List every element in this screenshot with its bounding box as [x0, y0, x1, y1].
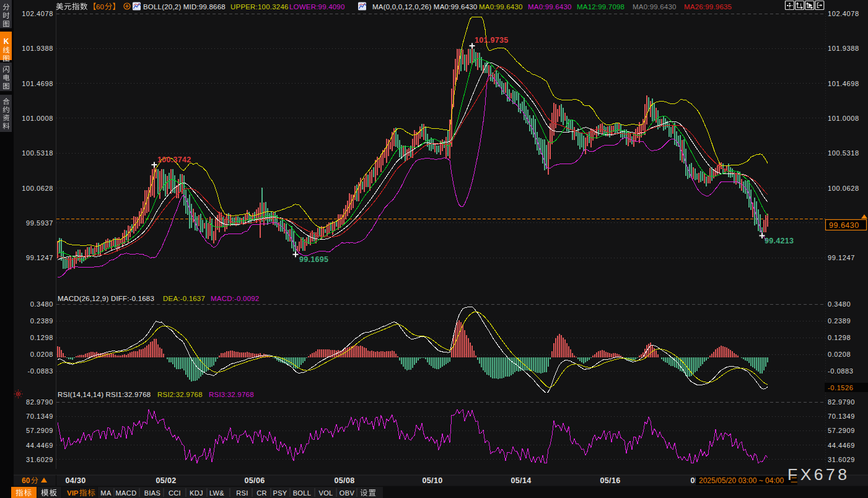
svg-text:CR: CR — [256, 489, 267, 497]
svg-text:LW&: LW& — [209, 489, 224, 497]
svg-text:K: K — [4, 37, 9, 46]
svg-text:05/10: 05/10 — [423, 476, 443, 485]
svg-text:MA0:99.6430: MA0:99.6430 — [633, 3, 677, 11]
svg-text:57.2909: 57.2909 — [828, 427, 855, 434]
svg-text:101.9388: 101.9388 — [828, 45, 859, 52]
svg-text:60: 60 — [96, 3, 104, 11]
svg-text:60: 60 — [22, 476, 30, 485]
svg-text:-0.0883: -0.0883 — [828, 367, 854, 375]
svg-text:05/16: 05/16 — [600, 476, 621, 485]
svg-text:RSI3:32.9768: RSI3:32.9768 — [209, 391, 254, 398]
svg-text:100.5318: 100.5318 — [828, 149, 859, 157]
svg-text:OBV: OBV — [340, 489, 355, 497]
svg-text:102.4078: 102.4078 — [828, 10, 859, 17]
svg-text:05/02: 05/02 — [156, 476, 177, 485]
svg-text:04/30: 04/30 — [66, 476, 86, 485]
svg-text:99.5937: 99.5937 — [26, 219, 53, 227]
svg-text:DEA:-0.1637: DEA:-0.1637 — [163, 295, 205, 302]
svg-text:MA0:99.6430: MA0:99.6430 — [528, 3, 572, 11]
svg-text:MACD:-0.0092: MACD:-0.0092 — [211, 295, 259, 302]
svg-text:101.0008: 101.0008 — [22, 115, 53, 122]
svg-text:05/14: 05/14 — [511, 476, 532, 485]
svg-text:-0.0883: -0.0883 — [27, 367, 53, 375]
svg-text:MACD(26,12,9) DIFF:-0.1683: MACD(26,12,9) DIFF:-0.1683 — [58, 295, 154, 302]
svg-text:RSI2:32.9768: RSI2:32.9768 — [157, 391, 203, 398]
svg-text:LOWER:99.4090: LOWER:99.4090 — [289, 3, 345, 11]
svg-text:RSI(14,14,14) RSI1:32.9768: RSI(14,14,14) RSI1:32.9768 — [58, 391, 151, 398]
svg-text:0.1298: 0.1298 — [30, 334, 53, 341]
svg-text:101.4698: 101.4698 — [828, 80, 859, 87]
svg-text:100.0628: 100.0628 — [828, 185, 859, 192]
svg-text:0.3480: 0.3480 — [828, 300, 851, 308]
svg-text:44.4469: 44.4469 — [828, 442, 855, 449]
svg-text:MA26:99.9635: MA26:99.9635 — [684, 3, 732, 11]
svg-text:CCI: CCI — [169, 489, 181, 497]
svg-text:KDJ: KDJ — [190, 489, 203, 497]
svg-text:MA(0,0,0,12,0,26) MA0:99.6430: MA(0,0,0,12,0,26) MA0:99.6430 — [372, 3, 477, 11]
svg-text:100.0628: 100.0628 — [22, 185, 53, 192]
svg-text:99.6430: 99.6430 — [829, 221, 859, 230]
svg-text:0.0208: 0.0208 — [30, 351, 53, 358]
svg-text:0.2389: 0.2389 — [30, 317, 53, 325]
svg-text:MACD: MACD — [116, 489, 137, 497]
svg-text:BOLL(20,2) MID:99.8668: BOLL(20,2) MID:99.8668 — [143, 3, 226, 11]
svg-text:MA0:99.6430: MA0:99.6430 — [479, 3, 523, 11]
svg-text:99.1695: 99.1695 — [299, 255, 328, 264]
svg-text:101.0008: 101.0008 — [828, 115, 859, 122]
svg-text:0.3480: 0.3480 — [30, 300, 53, 308]
svg-text:101.4698: 101.4698 — [22, 80, 53, 87]
svg-text:99.4213: 99.4213 — [765, 237, 794, 245]
svg-text:VIP: VIP — [67, 489, 79, 497]
svg-text:44.4469: 44.4469 — [26, 442, 53, 449]
svg-text:70.1349: 70.1349 — [26, 413, 53, 420]
svg-text:0.2389: 0.2389 — [828, 317, 851, 325]
svg-text:82.9790: 82.9790 — [26, 398, 53, 406]
svg-text:99.1247: 99.1247 — [828, 254, 855, 261]
svg-text:MA12:99.7098: MA12:99.7098 — [577, 3, 625, 11]
svg-text:0.1298: 0.1298 — [828, 334, 851, 341]
svg-text:100.5318: 100.5318 — [22, 149, 53, 157]
svg-text:2025/05/20 03:00 ~ 04:00: 2025/05/20 03:00 ~ 04:00 — [699, 476, 784, 485]
svg-text:RSI: RSI — [236, 489, 248, 497]
svg-text:82.9790: 82.9790 — [828, 398, 855, 406]
svg-text:100.3742: 100.3742 — [157, 155, 191, 164]
svg-text:-0.1526: -0.1526 — [828, 384, 854, 391]
svg-text:05/08: 05/08 — [335, 476, 355, 485]
svg-text:VOL: VOL — [318, 489, 333, 497]
svg-text:UPPER:100.3246: UPPER:100.3246 — [230, 3, 289, 11]
svg-text:101.9388: 101.9388 — [22, 45, 53, 52]
svg-text:102.4078: 102.4078 — [22, 10, 53, 17]
svg-text:0.0208: 0.0208 — [828, 351, 851, 358]
svg-text:57.2909: 57.2909 — [26, 427, 53, 434]
svg-text:70.1349: 70.1349 — [828, 413, 855, 420]
svg-text:31.6029: 31.6029 — [26, 456, 53, 463]
svg-text:MA: MA — [100, 489, 112, 497]
svg-text:99.1247: 99.1247 — [26, 254, 53, 261]
svg-text:05/06: 05/06 — [245, 476, 265, 485]
svg-text:BOLL: BOLL — [293, 489, 312, 497]
svg-text:101.9735: 101.9735 — [475, 36, 509, 45]
svg-text:BIAS: BIAS — [144, 489, 161, 497]
svg-text:FX678: FX678 — [787, 465, 850, 484]
svg-text:31.6029: 31.6029 — [828, 456, 855, 463]
svg-text:PSY: PSY — [273, 489, 287, 497]
